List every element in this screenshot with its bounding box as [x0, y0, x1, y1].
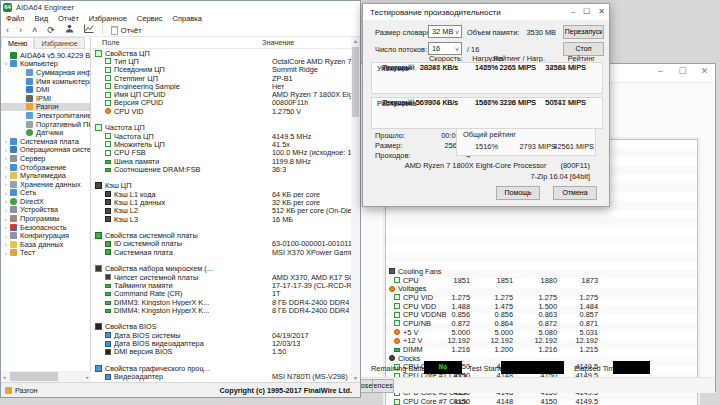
- pane-row[interactable]: Системная плата MSI X370 XPower Gaming T…: [92, 248, 351, 256]
- tree-item[interactable]: Отображение: [1, 163, 90, 172]
- menu-item[interactable]: Справка: [168, 14, 207, 23]
- chevron-icon[interactable]: [3, 164, 9, 170]
- chevron-icon[interactable]: [3, 241, 9, 247]
- pane-row[interactable]: [92, 256, 351, 264]
- pane-row[interactable]: Свойства BIOS: [92, 323, 351, 331]
- tree-item[interactable]: Портативный ПК: [1, 120, 90, 129]
- table-row[interactable]: +5 V 5.000 5.000 5.080 5.031: [386, 328, 697, 337]
- tree-item[interactable]: Датчики: [1, 128, 90, 137]
- scroll-right-icon[interactable]: ▸: [86, 374, 89, 380]
- chevron-icon[interactable]: [3, 233, 9, 239]
- pane-row[interactable]: Версия CPUID 00800F11h: [92, 99, 351, 107]
- table-row[interactable]: CPU VID 1.275 1.275 1.275 1.275: [386, 293, 697, 302]
- table-row[interactable]: CPU/NB 0.872 0.864 0.872 0.871: [386, 319, 697, 328]
- user-icon[interactable]: [60, 24, 79, 36]
- scroll-left-icon[interactable]: ◂: [3, 374, 6, 380]
- refresh-icon[interactable]: ⟳: [42, 24, 60, 36]
- pane-row[interactable]: Множитель ЦП 41.5x: [92, 140, 351, 148]
- up-icon[interactable]: ˄: [27, 24, 42, 36]
- pane-row[interactable]: Дата BIOS системы 04/19/2017: [92, 331, 351, 339]
- table-row[interactable]: +12 V 12.192 12.192 12.192 12.192: [386, 337, 697, 346]
- tree-item[interactable]: Операционная система: [1, 146, 90, 155]
- pane-row[interactable]: CPU VID 1.2750 V: [92, 107, 351, 115]
- chevron-icon[interactable]: [3, 216, 9, 222]
- pane-row[interactable]: Соотношение DRAM:FSB 36:3: [92, 165, 351, 173]
- chevron-icon[interactable]: [3, 138, 9, 144]
- pane-row[interactable]: Дата BIOS видеоадаптера 12/03/13: [92, 339, 351, 347]
- tree-item[interactable]: Устройства: [1, 206, 90, 215]
- tree-item[interactable]: Сеть: [1, 189, 90, 198]
- main-titlebar[interactable]: 64 AIDA64 Engineer: [1, 1, 360, 13]
- menu-item[interactable]: Вид: [29, 14, 53, 23]
- cancel-button[interactable]: Отмена: [553, 186, 597, 200]
- pane-row[interactable]: Command Rate (CR) 1T: [92, 290, 351, 298]
- pane-row[interactable]: Свойства системной платы: [92, 232, 351, 240]
- table-row[interactable]: CPU VDDNB 0.856 0.856 0.863 0.857: [386, 310, 697, 319]
- pane-row[interactable]: Кэш L1 кода 64 КБ per core: [92, 190, 351, 198]
- dialog-titlebar[interactable]: Тестирование производительности – ☐ ✕: [363, 4, 609, 20]
- table-row[interactable]: CPU 1851 1851 1880 1873: [386, 276, 697, 285]
- table-row[interactable]: Voltages: [386, 284, 697, 293]
- tree-item[interactable]: Сервер: [1, 154, 90, 163]
- chevron-icon[interactable]: [3, 155, 9, 161]
- chevron-icon[interactable]: [3, 181, 9, 187]
- pane-row[interactable]: Тип ЦП OctalCore AMD Ryzen 7 1800X: [92, 57, 351, 65]
- pane-row[interactable]: Кэш L3 16 МБ: [92, 215, 351, 223]
- pane-row[interactable]: Имя ЦП CPUID AMD Ryzen 7 1800X Eight-Cor…: [92, 90, 351, 98]
- pane-row[interactable]: Частота ЦП 4149.5 MHz: [92, 132, 351, 140]
- pane-row[interactable]: Кэш L1 данных 32 КБ per core: [92, 198, 351, 206]
- tree-item[interactable]: Разгон: [1, 103, 90, 112]
- pane-row[interactable]: Свойства набора микросхем (...: [92, 265, 351, 273]
- chart-icon[interactable]: [79, 24, 99, 36]
- tree-item[interactable]: AIDA64 v5.90.4229 Beta: [1, 51, 90, 60]
- scroll-up-icon[interactable]: ▲: [351, 38, 360, 44]
- sidebar-tab[interactable]: Меню: [1, 37, 34, 49]
- minimize-icon[interactable]: –: [654, 66, 667, 76]
- scrollbar-thumb[interactable]: [10, 372, 58, 381]
- chevron-icon[interactable]: [3, 224, 9, 230]
- pane-row[interactable]: Чипсет системной платы AMD X370, AMD K17…: [92, 273, 351, 281]
- pane-row[interactable]: [92, 223, 351, 231]
- pane-row[interactable]: Свойства графического проц...: [92, 364, 351, 372]
- scrollbar-thumb[interactable]: [352, 47, 359, 117]
- pane-row[interactable]: Тайминги памяти 17-17-17-39 (CL-RCD-RP-R…: [92, 281, 351, 289]
- pane-row[interactable]: DIMM3: Kingston HyperX K... 8 ГБ DDR4-24…: [92, 298, 351, 306]
- column-field[interactable]: Поле: [92, 38, 262, 47]
- table-row[interactable]: Cooling Fans: [386, 267, 697, 276]
- menu-item[interactable]: Избранное: [84, 14, 132, 23]
- tree-item[interactable]: Суммарная информация: [1, 68, 90, 77]
- tree-item[interactable]: Имя компьютера: [1, 77, 90, 86]
- tree-item[interactable]: Хранение данных: [1, 180, 90, 189]
- pane-row[interactable]: Кэш L2 512 КБ per core (On-Die, ECC, Ful…: [92, 207, 351, 215]
- sidebar-tab[interactable]: Избранное: [34, 37, 84, 49]
- maximize-icon[interactable]: ☐: [676, 66, 689, 76]
- tree-item[interactable]: DirectX: [1, 197, 90, 206]
- close-icon[interactable]: ✕: [698, 66, 711, 76]
- dictionary-select[interactable]: 32 MB: [428, 25, 462, 38]
- tree-item[interactable]: Электропитание: [1, 111, 90, 120]
- menu-item[interactable]: Отчёт: [53, 14, 84, 23]
- tree-item[interactable]: База данных: [1, 240, 90, 249]
- menu-item[interactable]: Сервис: [132, 14, 168, 23]
- pane-row[interactable]: Видеоадаптер MSI N780Ti (MS-V298): [92, 373, 351, 381]
- pane-row[interactable]: Свойства ЦП: [92, 49, 351, 57]
- pane-row[interactable]: Engineering Sample Нет: [92, 82, 351, 90]
- pane-row[interactable]: DIMM4: Kingston HyperX K... 8 ГБ DDR4-24…: [92, 306, 351, 314]
- tree-item[interactable]: Системная плата: [1, 137, 90, 146]
- chevron-icon[interactable]: [3, 250, 9, 256]
- tree-item[interactable]: IPMI: [1, 94, 90, 103]
- minimize-icon[interactable]: –: [571, 7, 575, 16]
- column-value[interactable]: Значение: [262, 38, 294, 47]
- chevron-icon[interactable]: [3, 190, 9, 196]
- sidebar-horizontal-scrollbar[interactable]: ◂ ▸: [1, 371, 91, 382]
- close-icon[interactable]: ✕: [598, 7, 605, 16]
- forward-icon[interactable]: ›: [14, 24, 27, 36]
- pane-row[interactable]: Шина памяти 1199.8 MHz: [92, 157, 351, 165]
- table-row[interactable]: DIMM 1.216 1.200 1.216 1.215: [386, 345, 697, 354]
- tree-item[interactable]: DMI: [1, 85, 90, 94]
- tree-item[interactable]: Компьютер: [1, 60, 90, 69]
- pane-row[interactable]: Частота ЦП: [92, 124, 351, 132]
- pane-row[interactable]: [92, 115, 351, 123]
- tree-item[interactable]: Тест: [1, 249, 90, 258]
- tree-item[interactable]: Программы: [1, 214, 90, 223]
